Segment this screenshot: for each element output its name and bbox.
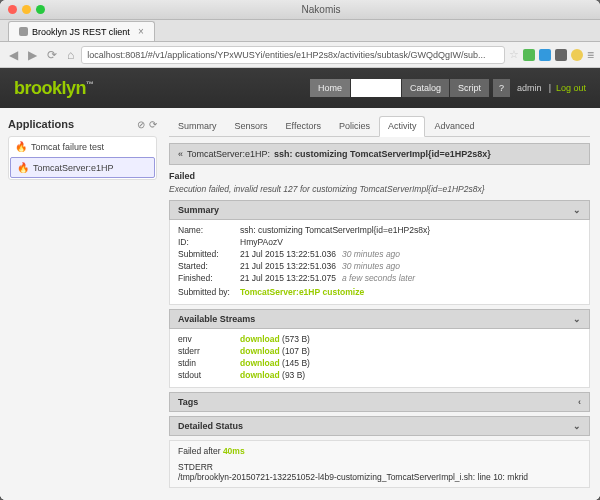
- tab-activity[interactable]: Activity: [379, 116, 426, 137]
- bookmark-icon[interactable]: ☆: [509, 48, 519, 61]
- extension-icon[interactable]: [539, 49, 551, 61]
- nav-search-input[interactable]: [351, 79, 401, 97]
- status-label: Failed: [169, 171, 590, 181]
- section-tags-head[interactable]: Tags‹: [169, 392, 590, 412]
- stderr-output: /tmp/brooklyn-20150721-132251052-l4b9-cu…: [178, 472, 581, 482]
- tree-item[interactable]: 🔥 Tomcat failure test: [9, 137, 156, 156]
- tab-title: Brooklyn JS REST client: [32, 27, 130, 37]
- tab-summary[interactable]: Summary: [169, 116, 226, 136]
- mac-titlebar: Nakomis: [0, 0, 600, 20]
- app-tree: 🔥 Tomcat failure test 🔥 TomcatServer:e1H…: [8, 136, 157, 180]
- favicon-icon: [19, 27, 28, 36]
- stream-row: stderrdownload (107 B): [178, 346, 581, 356]
- section-streams-head[interactable]: Available Streams⌄: [169, 309, 590, 329]
- window-title: Nakomis: [50, 4, 592, 15]
- detail-panel[interactable]: Summary Sensors Effectors Policies Activ…: [165, 108, 600, 500]
- browser-tabbar: Brooklyn JS REST client ×: [0, 20, 600, 42]
- submitter-action-link[interactable]: customize: [323, 287, 365, 297]
- section-detailed-head[interactable]: Detailed Status⌄: [169, 416, 590, 436]
- download-link[interactable]: download: [240, 370, 280, 380]
- nav-user: admin: [517, 83, 542, 93]
- refresh-icon[interactable]: ⟳: [149, 119, 157, 130]
- back-icon[interactable]: «: [178, 149, 183, 159]
- stream-row: stdindownload (145 B): [178, 358, 581, 368]
- sidebar: Applications ⊘ ⟳ 🔥 Tomcat failure test 🔥…: [0, 108, 165, 500]
- address-bar[interactable]: [81, 46, 505, 64]
- section-summary-body: Name:ssh: customizing TomcatServerImpl{i…: [169, 220, 590, 305]
- chevron-down-icon: ⌄: [573, 421, 581, 431]
- fire-icon: 🔥: [15, 141, 27, 152]
- stream-row: envdownload (573 B): [178, 334, 581, 344]
- top-nav: Home Catalog Script ? admin | Log out: [310, 79, 586, 97]
- status-desc: Execution failed, invalid result 127 for…: [169, 184, 590, 194]
- nav-home[interactable]: Home: [310, 79, 350, 97]
- browser-window: Nakomis Brooklyn JS REST client × ◀ ▶ ⟳ …: [0, 0, 600, 500]
- zoom-window-icon[interactable]: [36, 5, 45, 14]
- brooklyn-logo[interactable]: brooklyn™: [14, 78, 94, 99]
- browser-tab[interactable]: Brooklyn JS REST client ×: [8, 21, 155, 41]
- nav-script[interactable]: Script: [450, 79, 489, 97]
- download-link[interactable]: download: [240, 346, 280, 356]
- tab-advanced[interactable]: Advanced: [425, 116, 483, 136]
- chevron-down-icon: ⌄: [573, 314, 581, 324]
- task-title: ssh: customizing TomcatServerImpl{id=e1H…: [274, 149, 491, 159]
- close-window-icon[interactable]: [8, 5, 17, 14]
- page-content: brooklyn™ Home Catalog Script ? admin | …: [0, 68, 600, 500]
- nav-catalog[interactable]: Catalog: [402, 79, 449, 97]
- nav-help[interactable]: ?: [493, 79, 510, 97]
- tab-sensors[interactable]: Sensors: [226, 116, 277, 136]
- breadcrumb: « TomcatServer:e1HP: ssh: customizing To…: [169, 143, 590, 165]
- tab-policies[interactable]: Policies: [330, 116, 379, 136]
- chevron-down-icon: ⌄: [573, 205, 581, 215]
- section-detailed-body: Failed after 40ms STDERR /tmp/brooklyn-2…: [169, 440, 590, 488]
- fire-icon: 🔥: [17, 162, 29, 173]
- section-summary-head[interactable]: Summary⌄: [169, 200, 590, 220]
- entity-tabs: Summary Sensors Effectors Policies Activ…: [169, 116, 590, 137]
- close-tab-icon[interactable]: ×: [138, 26, 144, 37]
- download-link[interactable]: download: [240, 334, 280, 344]
- back-icon[interactable]: ◀: [6, 48, 21, 62]
- app-header: brooklyn™ Home Catalog Script ? admin | …: [0, 68, 600, 108]
- extension-icon[interactable]: [555, 49, 567, 61]
- sidebar-title: Applications: [8, 118, 133, 130]
- stop-icon[interactable]: ⊘: [137, 119, 145, 130]
- nav-logout[interactable]: Log out: [556, 83, 586, 93]
- menu-icon[interactable]: ≡: [587, 48, 594, 62]
- submitter-entity-link[interactable]: TomcatServer:e1HP: [240, 287, 320, 297]
- tab-effectors[interactable]: Effectors: [277, 116, 330, 136]
- browser-toolbar: ◀ ▶ ⟳ ⌂ ☆ ≡: [0, 42, 600, 68]
- chevron-left-icon: ‹: [578, 397, 581, 407]
- reload-icon[interactable]: ⟳: [44, 48, 60, 62]
- stream-row: stdoutdownload (93 B): [178, 370, 581, 380]
- extension-icon[interactable]: [523, 49, 535, 61]
- section-streams-body: envdownload (573 B) stderrdownload (107 …: [169, 329, 590, 388]
- main-area: Applications ⊘ ⟳ 🔥 Tomcat failure test 🔥…: [0, 108, 600, 500]
- tree-item[interactable]: 🔥 TomcatServer:e1HP: [10, 157, 155, 178]
- forward-icon: ▶: [25, 48, 40, 62]
- minimize-window-icon[interactable]: [22, 5, 31, 14]
- download-link[interactable]: download: [240, 358, 280, 368]
- extension-icon[interactable]: [571, 49, 583, 61]
- home-icon[interactable]: ⌂: [64, 48, 77, 62]
